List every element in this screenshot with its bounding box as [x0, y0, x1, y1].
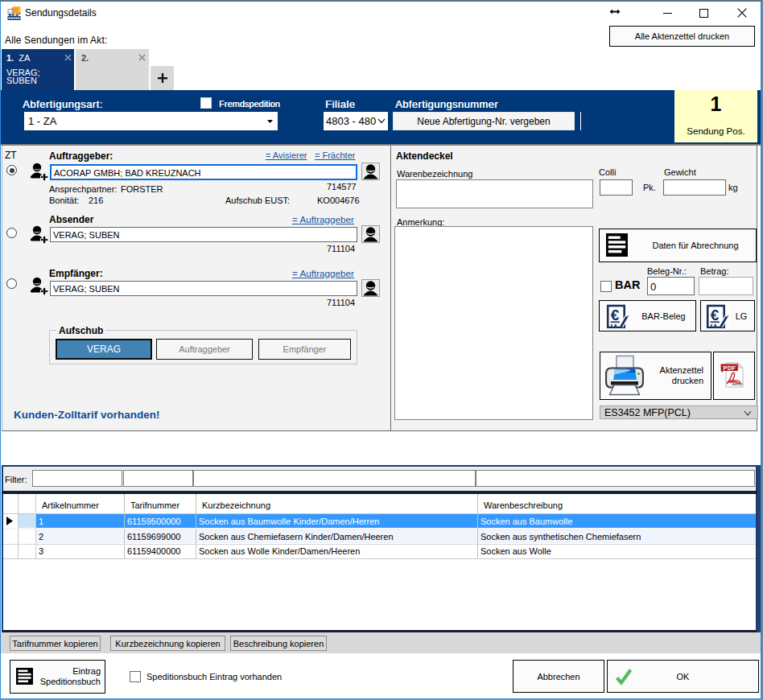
- svg-text:PDF: PDF: [724, 364, 736, 372]
- svg-text:€: €: [611, 307, 620, 323]
- svg-text:€: €: [711, 307, 720, 323]
- svg-text:Adobe: Adobe: [731, 381, 743, 386]
